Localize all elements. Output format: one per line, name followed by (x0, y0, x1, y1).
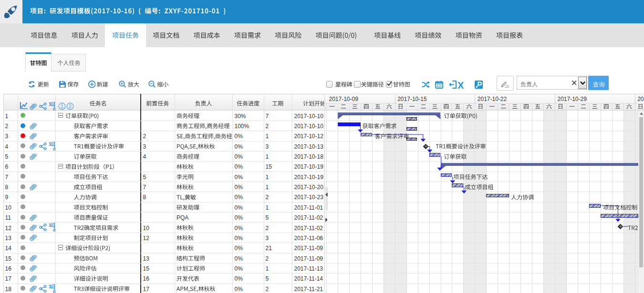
svg-text:13: 13 (5, 235, 12, 242)
svg-text:2: 2 (5, 123, 9, 130)
svg-text:10: 10 (143, 225, 150, 232)
svg-text:2017-11-06: 2017-11-06 (294, 235, 323, 242)
svg-text:0%: 0% (235, 143, 243, 150)
svg-text:2017-10-10: 2017-10-10 (294, 113, 324, 120)
svg-text:5: 5 (266, 275, 269, 282)
svg-text:0%: 0% (235, 204, 243, 211)
svg-text:2017-11-02: 2017-11-02 (294, 214, 323, 221)
svg-text:2017-11-09: 2017-11-09 (294, 245, 323, 252)
svg-text:2017-10-10: 2017-10-10 (294, 123, 324, 130)
svg-text:2017-10-15: 2017-10-15 (397, 96, 427, 102)
svg-text:PQA: PQA (177, 214, 188, 221)
svg-text:2017-10-18: 2017-10-18 (294, 153, 324, 160)
svg-text:2: 2 (266, 255, 269, 262)
svg-text:0%: 0% (235, 245, 243, 252)
svg-text:12: 12 (143, 235, 150, 242)
svg-text:2017-11-21: 2017-11-21 (294, 286, 323, 293)
svg-text:2: 2 (266, 194, 269, 201)
svg-text:3: 3 (266, 235, 269, 242)
svg-text:0%: 0% (235, 184, 243, 191)
svg-text:3: 3 (5, 133, 9, 140)
svg-text:0%: 0% (235, 153, 243, 160)
svg-text:2017-11-14: 2017-11-14 (294, 275, 323, 282)
svg-text:0%: 0% (235, 235, 243, 242)
svg-text:30%: 30% (235, 113, 246, 120)
svg-text:4: 4 (143, 153, 146, 160)
svg-text:14: 14 (5, 245, 12, 252)
svg-text:1: 1 (266, 184, 269, 191)
svg-text:2017-10-13: 2017-10-13 (294, 143, 324, 150)
svg-text:5: 5 (143, 174, 146, 181)
svg-text:4: 4 (5, 143, 9, 150)
svg-text:1: 1 (266, 174, 269, 181)
svg-text:100%: 100% (235, 123, 249, 130)
svg-text:0%: 0% (235, 194, 243, 201)
svg-text:0%: 0% (235, 214, 243, 221)
svg-text:2017-10-23: 2017-10-23 (294, 194, 324, 201)
svg-text:7: 7 (143, 184, 146, 191)
svg-text:2017-10-19: 2017-10-19 (294, 163, 324, 170)
svg-text:0%: 0% (235, 275, 243, 282)
svg-text:2: 2 (266, 225, 269, 232)
svg-text:17: 17 (143, 286, 150, 293)
svg-text:5: 5 (5, 153, 9, 160)
svg-text:0%: 0% (235, 163, 243, 170)
svg-text:15: 15 (143, 265, 150, 272)
svg-text:2017-11-02: 2017-11-02 (294, 225, 323, 232)
svg-text:2017-10-20: 2017-10-20 (294, 184, 324, 191)
svg-text:3: 3 (266, 143, 269, 150)
svg-text:1: 1 (266, 153, 269, 160)
svg-text:8: 8 (143, 194, 146, 201)
svg-text:16: 16 (5, 265, 12, 272)
svg-text:7: 7 (266, 113, 269, 120)
svg-text:1: 1 (266, 204, 269, 211)
svg-text:0%: 0% (235, 255, 243, 262)
svg-text:15: 15 (266, 163, 272, 170)
svg-text:0%: 0% (235, 225, 243, 232)
svg-text:0%: 0% (235, 265, 243, 272)
svg-text:21: 21 (266, 245, 272, 252)
svg-text:2017-10-22: 2017-10-22 (478, 96, 507, 102)
svg-text:2: 2 (266, 286, 269, 293)
svg-text:6: 6 (5, 163, 9, 170)
svg-text:0%: 0% (235, 133, 243, 140)
svg-text:9: 9 (5, 194, 9, 201)
svg-text:1: 1 (266, 133, 269, 140)
svg-text:17: 17 (5, 275, 12, 282)
svg-text:15: 15 (5, 255, 12, 262)
svg-text:2017-10-19: 2017-10-19 (294, 174, 324, 181)
svg-text:2: 2 (266, 123, 269, 130)
svg-text:11: 11 (5, 214, 11, 221)
svg-text:0%: 0% (235, 174, 243, 181)
svg-text:2017-10-12: 2017-10-12 (294, 133, 324, 140)
svg-text:13: 13 (143, 255, 150, 262)
svg-text:3: 3 (143, 143, 146, 150)
svg-text:2017-11-05: 2017-11-05 (637, 96, 644, 102)
svg-text:2017-11-01: 2017-11-01 (294, 204, 323, 211)
svg-text:1: 1 (266, 265, 269, 272)
svg-text:7: 7 (5, 174, 9, 181)
svg-text:2: 2 (143, 133, 146, 140)
svg-text:18: 18 (5, 286, 12, 293)
svg-text:8: 8 (5, 184, 9, 191)
svg-text:X: X (457, 80, 464, 91)
svg-text:2017-10-29: 2017-10-29 (558, 96, 587, 102)
svg-text:2017-11-09: 2017-11-09 (294, 255, 323, 262)
svg-text:2017-11-13: 2017-11-13 (294, 265, 323, 272)
svg-text:12: 12 (5, 225, 12, 232)
svg-text:5: 5 (266, 214, 269, 221)
svg-text:1: 1 (5, 113, 9, 120)
svg-text:2017-10-09: 2017-10-09 (329, 96, 359, 102)
svg-text:10: 10 (5, 204, 12, 211)
svg-text:16: 16 (143, 275, 150, 282)
svg-text:0%: 0% (235, 286, 243, 293)
